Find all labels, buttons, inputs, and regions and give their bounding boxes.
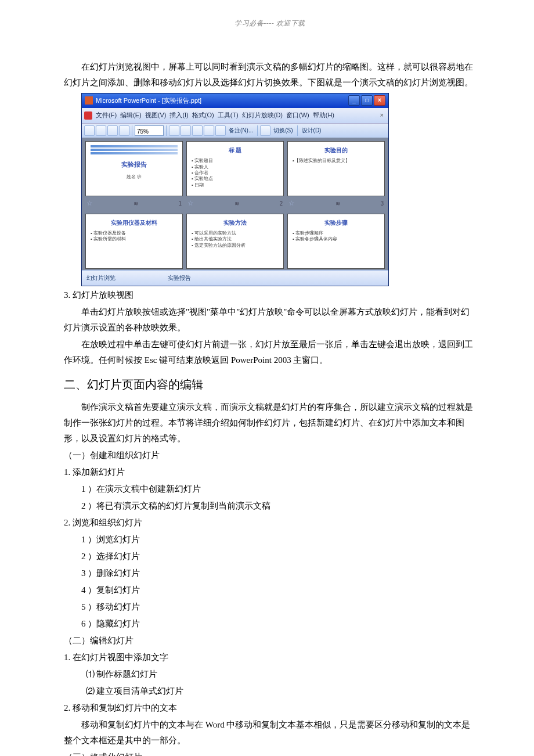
list-item: 2. 移动和复制幻灯片中的文本 <box>64 700 476 716</box>
thumb-body: • 实验步骤顺序 • 实验各步骤具体内容 <box>293 231 380 243</box>
heading-section-2: 二、幻灯片页面内容的编辑 <box>64 374 476 395</box>
slide-number: 3 <box>380 199 384 209</box>
paragraph: 在放映过程中单击左键可使幻灯片前进一张，幻灯片放至最后一张后，单击左键会退出放映… <box>64 337 476 368</box>
menu-window[interactable]: 窗口(W) <box>285 109 311 122</box>
slide-cell[interactable]: 实验报告 姓名 班 ☆≋1 <box>85 141 183 210</box>
slide-cell[interactable]: 实验用仪器及材料 • 实验仪器及设备 • 实验所需的材料 <box>85 214 183 269</box>
menu-edit[interactable]: 编辑(E) <box>119 109 143 122</box>
list-item: 5 ）移动幻灯片 <box>64 599 476 615</box>
slide-number: 2 <box>279 199 283 209</box>
menu-view[interactable]: 视图(V) <box>144 109 168 122</box>
slide-thumbnail-2[interactable]: 标 题 • 实验题目 • 实验人 • 合作者 • 实验地点 • 日期 <box>186 141 284 196</box>
list-item: 6 ）隐藏幻灯片 <box>64 616 476 632</box>
slide-anim-icon: ≋ <box>234 199 239 209</box>
thumb-title: 标 题 <box>192 145 279 156</box>
thumb-title: 实验用仪器及材料 <box>91 218 178 228</box>
list-item: 4 ）复制幻灯片 <box>64 582 476 598</box>
list-item: 3 ）删除幻灯片 <box>64 566 476 581</box>
thumb-body: • 实验仪器及设备 • 实验所需的材料 <box>91 231 178 243</box>
pp-toolbar: 75% 备注(N)... 切换(S) 设计(D) <box>82 123 388 138</box>
paragraph-intro: 在幻灯片浏览视图中，屏幕上可以同时看到演示文稿的多幅幻灯片的缩略图。这样，就可以… <box>64 59 476 91</box>
menu-slideshow[interactable]: 幻灯片放映(D) <box>241 109 284 122</box>
list-item: 2. 浏览和组织幻灯片 <box>64 515 476 531</box>
toolbar-icon[interactable] <box>204 125 214 136</box>
thumb-body: • 可以采用的实验方法 • 给出其他实验方法 • 选定实验方法的原因分析 <box>192 231 279 249</box>
thumb-title: 实验方法 <box>192 218 279 228</box>
list-item: 1. 添加新幻灯片 <box>64 465 476 480</box>
toolbar-notes-button[interactable]: 备注(N)... <box>227 125 255 136</box>
subsection-1-title: （一）创建和组织幻灯片 <box>64 448 476 463</box>
menu-format[interactable]: 格式(O) <box>191 109 215 122</box>
thumb-body: •【陈述实验的目标及意义】 <box>293 158 380 164</box>
doc-close-icon[interactable]: × <box>378 110 386 121</box>
separator <box>297 125 298 136</box>
slide-cell[interactable]: 实验目的 •【陈述实验的目标及意义】 ☆≋3 <box>287 141 385 210</box>
pp-window-title: Microsoft PowerPoint - [实验报告.ppt] <box>96 95 348 107</box>
thumb-body: • 实验题目 • 实验人 • 合作者 • 实验地点 • 日期 <box>192 158 279 188</box>
separator <box>132 125 132 136</box>
status-view-mode: 幻灯片浏览 <box>86 273 116 283</box>
status-doc-name: 实验报告 <box>168 273 191 283</box>
slide-anim-icon: ≋ <box>335 199 340 209</box>
slide-cell[interactable]: 实验方法 • 可以采用的实验方法 • 给出其他实验方法 • 选定实验方法的原因分… <box>186 214 284 269</box>
separator <box>166 125 167 136</box>
slide-thumbnail-3[interactable]: 实验目的 •【陈述实验的目标及意义】 <box>287 141 385 196</box>
print-icon[interactable] <box>119 125 129 136</box>
separator <box>257 125 258 136</box>
slide-thumbnail-4[interactable]: 实验用仪器及材料 • 实验仪器及设备 • 实验所需的材料 <box>85 214 183 269</box>
transition-icon: ☆ <box>288 197 295 210</box>
maximize-icon[interactable]: □ <box>361 95 373 106</box>
list-item: 2 ）将已有演示文稿的幻灯片复制到当前演示文稿 <box>64 498 476 514</box>
menu-tools[interactable]: 工具(T) <box>217 109 240 122</box>
subsection-2-title: （二）编辑幻灯片 <box>64 633 476 649</box>
slide-cell[interactable]: 标 题 • 实验题目 • 实验人 • 合作者 • 实验地点 • 日期 ☆≋2 <box>186 141 284 210</box>
menu-insert[interactable]: 插入(I) <box>168 109 189 122</box>
menu-file[interactable]: 文件(F) <box>95 109 118 122</box>
paragraph: 制作演示文稿首先要建立演示文稿，而演示文稿就是幻灯片的有序集合，所以建立演示文稿… <box>64 399 476 447</box>
list-item: 1 ）在演示文稿中创建新幻灯片 <box>64 481 476 497</box>
thumb-title: 实验目的 <box>293 145 380 156</box>
pp-statusbar: 幻灯片浏览 实验报告 <box>82 270 388 286</box>
pp-titlebar: Microsoft PowerPoint - [实验报告.ppt] _ □ × <box>82 93 388 109</box>
toolbar-icon[interactable] <box>192 125 203 136</box>
close-icon[interactable]: × <box>374 95 385 106</box>
switch-icon[interactable] <box>260 125 270 136</box>
minimize-icon[interactable]: _ <box>348 95 360 106</box>
pdf-icon[interactable] <box>84 111 92 120</box>
heading-3: 3. 幻灯片放映视图 <box>64 287 476 303</box>
slide-thumbnail-1[interactable]: 实验报告 姓名 班 <box>85 141 183 196</box>
thumb-title: 实验报告 <box>91 159 178 171</box>
slide-cell[interactable]: 实验步骤 • 实验步骤顺序 • 实验各步骤具体内容 <box>287 214 385 269</box>
menu-help[interactable]: 帮助(H) <box>312 109 335 122</box>
zoom-dropdown[interactable]: 75% <box>135 125 164 136</box>
powerpoint-screenshot: Microsoft PowerPoint - [实验报告.ppt] _ □ × … <box>81 93 389 286</box>
subsection-3-title: （三）格式化幻灯片 <box>64 750 476 756</box>
slide-thumbnail-6[interactable]: 实验步骤 • 实验步骤顺序 • 实验各步骤具体内容 <box>287 214 385 269</box>
list-item: 2 ）选择幻灯片 <box>64 549 476 564</box>
list-item: ⑵ 建立项目清单式幻灯片 <box>64 683 476 699</box>
pp-menubar: 文件(F) 编辑(E) 视图(V) 插入(I) 格式(O) 工具(T) 幻灯片放… <box>82 108 388 123</box>
thumb-subtitle: 姓名 班 <box>91 173 178 181</box>
save-icon[interactable] <box>107 125 118 136</box>
open-icon[interactable] <box>96 125 106 136</box>
pp-app-icon <box>85 96 93 105</box>
toolbar-icon[interactable] <box>215 125 226 136</box>
pp-slide-sorter: 实验报告 姓名 班 ☆≋1 标 题 • 实验题目 • 实验人 • 合作者 • 实… <box>82 138 388 270</box>
pp-window: Microsoft PowerPoint - [实验报告.ppt] _ □ × … <box>81 93 389 286</box>
new-icon[interactable] <box>84 125 95 136</box>
window-buttons: _ □ × <box>348 95 385 106</box>
transition-icon: ☆ <box>187 197 194 210</box>
toolbar-switch-button[interactable]: 切换(S) <box>272 125 294 136</box>
toolbar-design-button[interactable]: 设计(D) <box>300 125 323 136</box>
list-item: 1 ）浏览幻灯片 <box>64 532 476 548</box>
toolbar-icon[interactable] <box>169 125 179 136</box>
slide-anim-icon: ≋ <box>134 199 138 209</box>
list-item: 1. 在幻灯片视图中添加文字 <box>64 650 476 665</box>
page-header-note: 学习必备---- 欢迎下载 <box>64 17 476 30</box>
thumb-title: 实验步骤 <box>293 218 380 228</box>
paragraph: 单击幻灯片放映按钮或选择"视图"菜单中"幻灯片放映"命令可以以全屏幕方式放映幻灯… <box>64 304 476 336</box>
toolbar-icon[interactable] <box>181 125 191 136</box>
slide-number: 1 <box>178 199 182 209</box>
slide-thumbnail-5[interactable]: 实验方法 • 可以采用的实验方法 • 给出其他实验方法 • 选定实验方法的原因分… <box>186 214 284 269</box>
list-item: ⑴ 制作标题幻灯片 <box>64 667 476 682</box>
